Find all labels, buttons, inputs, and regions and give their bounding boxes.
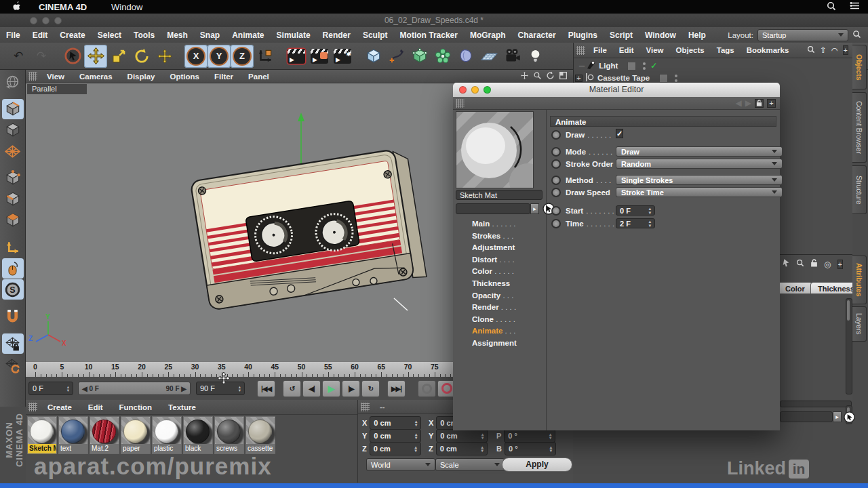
channel-main[interactable]: Main . . . . . . bbox=[453, 220, 546, 232]
render-view-button[interactable]: ▶ bbox=[285, 45, 308, 68]
animation-dot-icon[interactable] bbox=[551, 188, 561, 197]
previous-frame-button[interactable]: ◀| bbox=[302, 380, 321, 397]
side-tab-layers[interactable]: Layers bbox=[852, 306, 867, 342]
viewport-menu-filter[interactable]: Filter bbox=[207, 73, 241, 81]
maximize-icon[interactable] bbox=[484, 86, 491, 94]
deformer-button[interactable] bbox=[408, 45, 431, 68]
layer-icon[interactable] bbox=[627, 62, 636, 70]
channel-assignment[interactable]: Assignment bbox=[453, 339, 546, 351]
menu-simulate[interactable]: Simulate bbox=[271, 30, 317, 40]
panel-drag-handle[interactable] bbox=[456, 99, 465, 108]
visibility-dots[interactable] bbox=[643, 62, 646, 70]
position-x-field[interactable]: 0 cm▴▾ bbox=[370, 416, 421, 430]
layout-select[interactable]: Startup bbox=[757, 29, 848, 41]
menu-file[interactable]: File bbox=[0, 30, 26, 40]
menu-create[interactable]: Create bbox=[54, 30, 91, 40]
material-menu-edit[interactable]: Edit bbox=[80, 403, 111, 411]
material-menu-function[interactable]: Function bbox=[111, 403, 161, 411]
points-mode-button[interactable] bbox=[2, 168, 24, 188]
menu-plugins[interactable]: Plugins bbox=[562, 30, 604, 40]
material-name-field[interactable]: Sketch Mat bbox=[456, 190, 542, 200]
play-button[interactable]: ▶ bbox=[322, 380, 340, 397]
goto-start-button[interactable]: |◀◀ bbox=[257, 380, 275, 397]
material-menu-texture[interactable]: Texture bbox=[160, 403, 204, 411]
lock-icon[interactable] bbox=[810, 258, 818, 270]
snap-mode-button[interactable]: S bbox=[2, 279, 24, 300]
close-icon[interactable] bbox=[459, 86, 467, 94]
add-icon[interactable]: + bbox=[767, 99, 776, 108]
magnet-snap-button[interactable] bbox=[2, 306, 24, 327]
render-picture-viewer-button[interactable]: ▶ bbox=[308, 45, 331, 68]
apple-menu-icon[interactable] bbox=[12, 1, 21, 13]
notification-center-icon[interactable] bbox=[850, 1, 860, 12]
workplane-lock-button[interactable] bbox=[2, 333, 24, 354]
menu-help[interactable]: Help bbox=[682, 30, 712, 40]
material-swatch-black[interactable]: black bbox=[183, 416, 213, 454]
model-mode-button[interactable] bbox=[2, 99, 24, 119]
zoom-window-icon[interactable] bbox=[54, 17, 62, 24]
object-menu-view[interactable]: View bbox=[640, 46, 670, 54]
menu-snap[interactable]: Snap bbox=[194, 30, 226, 40]
panel-drag-handle[interactable] bbox=[361, 403, 370, 411]
channel-clone[interactable]: Clone . . . . . bbox=[453, 315, 546, 327]
material-editor-titlebar[interactable]: Material Editor bbox=[453, 83, 780, 97]
animation-dot-icon[interactable] bbox=[551, 130, 561, 140]
panel-drag-handle[interactable] bbox=[28, 403, 37, 411]
menu-sculpt[interactable]: Sculpt bbox=[357, 30, 394, 40]
target-icon[interactable]: ◎ bbox=[824, 258, 831, 270]
next-frame-button[interactable]: |▶ bbox=[342, 380, 360, 397]
apply-button[interactable]: Apply bbox=[502, 458, 572, 472]
workplane-mode-button[interactable] bbox=[2, 141, 24, 161]
material-swatch-mat-2[interactable]: Mat.2 bbox=[90, 416, 119, 454]
viewport-rotate-icon[interactable] bbox=[546, 71, 555, 81]
redo-button[interactable]: ↷ bbox=[30, 45, 53, 68]
viewport-pan-icon[interactable] bbox=[520, 71, 529, 81]
texture-path-field[interactable] bbox=[780, 411, 833, 422]
layer-icon[interactable] bbox=[659, 74, 668, 83]
material-swatch-paper[interactable]: paper bbox=[121, 416, 151, 454]
animation-dot-icon[interactable] bbox=[551, 219, 561, 228]
rotation-b-field[interactable]: 0 °▴▾ bbox=[505, 442, 556, 455]
side-tab-structure[interactable]: Structure bbox=[852, 165, 867, 214]
cursor-icon[interactable] bbox=[782, 258, 790, 270]
visibility-dots[interactable] bbox=[675, 75, 677, 82]
channel-adjustment[interactable]: Adjustment bbox=[453, 243, 546, 256]
rotate-button[interactable] bbox=[130, 45, 153, 68]
search-icon[interactable] bbox=[807, 45, 815, 55]
object-row-light[interactable]: ─ Light ✓ bbox=[579, 60, 657, 71]
method-select[interactable]: Single Strokes bbox=[616, 175, 783, 185]
material-texture-field[interactable] bbox=[456, 203, 530, 214]
viewport-zoom-icon[interactable] bbox=[533, 71, 542, 81]
viewport-menu-view[interactable]: View bbox=[39, 73, 72, 81]
position-z-field[interactable]: 0 cm▴▾ bbox=[370, 442, 421, 455]
close-window-icon[interactable] bbox=[30, 17, 37, 24]
menu-window[interactable]: Window bbox=[639, 30, 682, 40]
live-selection-button[interactable] bbox=[61, 45, 84, 68]
convert-object-button[interactable] bbox=[2, 72, 24, 92]
channel-distort[interactable]: Distort . . . . bbox=[453, 256, 546, 268]
spline-pen-button[interactable] bbox=[385, 45, 408, 68]
side-tab-attributes[interactable]: Attributes bbox=[852, 256, 867, 304]
object-menu-objects[interactable]: Objects bbox=[670, 46, 711, 54]
object-menu-bookmarks[interactable]: Bookmarks bbox=[741, 46, 795, 54]
primitive-cube-button[interactable] bbox=[362, 45, 385, 68]
animation-dot-icon[interactable] bbox=[551, 176, 561, 185]
menu-select[interactable]: Select bbox=[92, 30, 127, 40]
channel-render[interactable]: Render . . . . bbox=[453, 303, 546, 315]
material-swatch-sketch-mat[interactable]: Sketch Mat bbox=[27, 416, 57, 454]
channel-color[interactable]: Color . . . . . bbox=[453, 267, 546, 279]
nav-forward-icon[interactable]: ▶ bbox=[745, 98, 751, 108]
position-y-field[interactable]: 0 cm▴▾ bbox=[370, 429, 421, 443]
polygons-mode-button[interactable] bbox=[2, 210, 24, 230]
object-axis-mode-button[interactable] bbox=[2, 237, 24, 258]
animation-dot-icon[interactable] bbox=[551, 147, 561, 157]
menu-character[interactable]: Character bbox=[512, 30, 562, 40]
start-spinner[interactable]: 0 F▴▾ bbox=[616, 205, 655, 216]
time-spinner[interactable]: 2 F▴▾ bbox=[616, 218, 655, 228]
lock-icon[interactable] bbox=[755, 99, 764, 108]
move-button[interactable] bbox=[84, 45, 107, 68]
coordinate-system-button[interactable] bbox=[254, 45, 277, 68]
record-options-button[interactable] bbox=[418, 380, 436, 397]
rotation-p-field[interactable]: 0 °▴▾ bbox=[504, 429, 555, 443]
eye-icon[interactable]: ◠ bbox=[831, 46, 838, 55]
